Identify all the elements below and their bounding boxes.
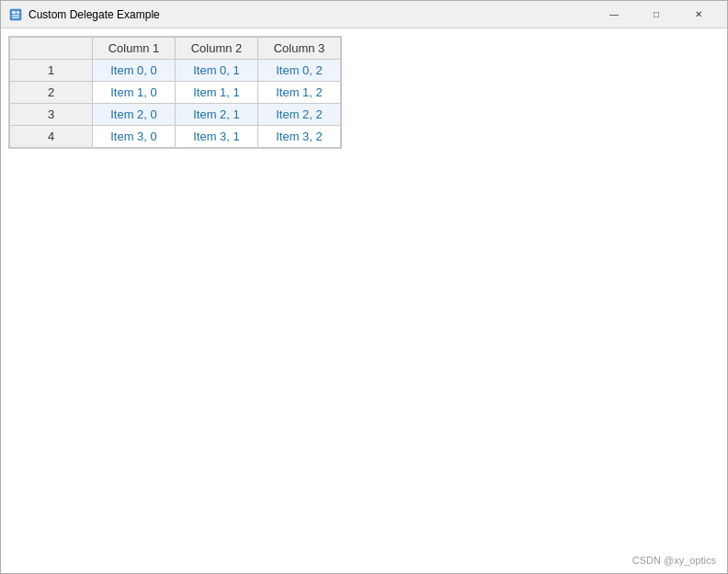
watermark: CSDN @xy_optics <box>632 555 716 566</box>
cell-1-0[interactable]: Item 1, 0 <box>93 82 176 104</box>
col-header-2: Column 2 <box>176 38 258 60</box>
cell-2-0[interactable]: Item 2, 0 <box>93 104 176 126</box>
col-header-3: Column 3 <box>258 38 341 60</box>
cell-1-2[interactable]: Item 1, 2 <box>258 82 341 104</box>
svg-rect-2 <box>17 11 19 14</box>
maximize-button[interactable]: □ <box>635 1 677 28</box>
svg-rect-4 <box>12 17 19 18</box>
main-window: Custom Delegate Example — □ ✕ Column 1 C… <box>0 0 728 574</box>
minimize-button[interactable]: — <box>593 1 635 28</box>
col-header-1: Column 1 <box>93 38 176 60</box>
cell-2-1[interactable]: Item 2, 1 <box>176 104 258 126</box>
table-wrapper: Column 1 Column 2 Column 3 1Item 0, 0Ite… <box>8 36 342 149</box>
cell-0-2[interactable]: Item 0, 2 <box>258 60 341 82</box>
table-row[interactable]: 4Item 3, 0Item 3, 1Item 3, 2 <box>10 126 341 148</box>
data-table: Column 1 Column 2 Column 3 1Item 0, 0Ite… <box>9 37 341 148</box>
close-button[interactable]: ✕ <box>677 1 720 28</box>
cell-1-1[interactable]: Item 1, 1 <box>176 82 258 104</box>
cell-0-0[interactable]: Item 0, 0 <box>93 60 176 82</box>
window-content: Column 1 Column 2 Column 3 1Item 0, 0Ite… <box>1 28 727 573</box>
svg-rect-1 <box>12 11 16 14</box>
row-number: 4 <box>10 126 93 148</box>
window-title: Custom Delegate Example <box>28 8 593 21</box>
cell-3-2[interactable]: Item 3, 2 <box>258 126 341 148</box>
row-number-header <box>10 38 93 60</box>
cell-3-0[interactable]: Item 3, 0 <box>93 126 176 148</box>
table-row[interactable]: 1Item 0, 0Item 0, 1Item 0, 2 <box>10 60 341 82</box>
row-number: 3 <box>10 104 93 126</box>
table-row[interactable]: 2Item 1, 0Item 1, 1Item 1, 2 <box>10 82 341 104</box>
cell-0-1[interactable]: Item 0, 1 <box>176 60 258 82</box>
row-number: 1 <box>10 60 93 82</box>
row-number: 2 <box>10 82 93 104</box>
app-icon <box>8 7 23 22</box>
title-bar: Custom Delegate Example — □ ✕ <box>1 1 727 28</box>
cell-3-1[interactable]: Item 3, 1 <box>176 126 258 148</box>
cell-2-2[interactable]: Item 2, 2 <box>258 104 341 126</box>
header-row: Column 1 Column 2 Column 3 <box>10 38 341 60</box>
table-row[interactable]: 3Item 2, 0Item 2, 1Item 2, 2 <box>10 104 341 126</box>
svg-rect-3 <box>12 15 19 17</box>
window-controls: — □ ✕ <box>593 1 720 28</box>
